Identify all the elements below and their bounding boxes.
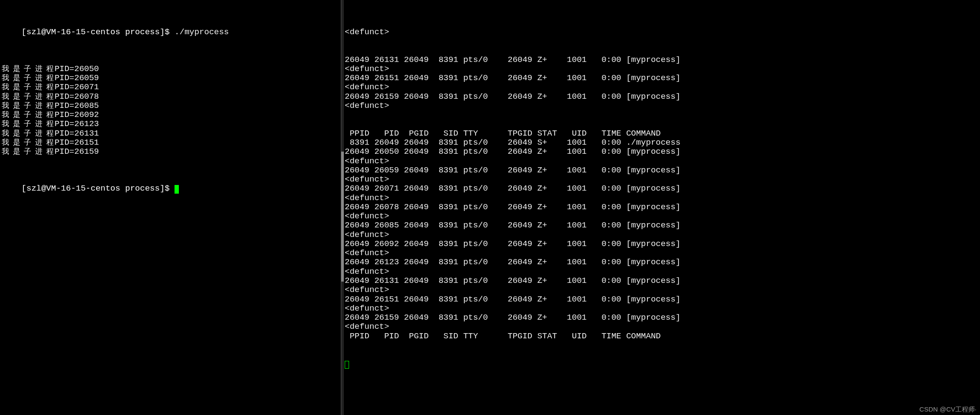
ps-row: 26049 26078 26049 8391 pts/0 26049 Z+ 10… [345,203,978,212]
child-process-line: 我 是 子 进 程PID=26092 [2,110,339,120]
ps-row: 26049 26123 26049 8391 pts/0 26049 Z+ 10… [345,258,978,267]
scrollbar-thumb[interactable] [341,152,344,282]
child-process-line: 我 是 子 进 程PID=26059 [2,74,339,83]
ps-row: 26049 26159 26049 8391 pts/0 26049 Z+ 10… [345,92,978,101]
ps-output-block-2: PPID PID PGID SID TTY TPGID STAT UID TIM… [345,129,978,341]
left-terminal-pane[interactable]: [szl@VM-16-15-centos process]$ ./myproce… [0,0,341,415]
watermark-text: CSDN @CV工程师· [919,406,977,413]
ps-header-row: PPID PID PGID SID TTY TPGID STAT UID TIM… [345,332,978,341]
ps-row: 26049 26059 26049 8391 pts/0 26049 Z+ 10… [345,166,978,175]
bracket-close: ]$ [160,184,175,193]
child-process-line: 我 是 子 进 程PID=26071 [2,83,339,92]
child-label: 我 是 子 进 程 [2,74,55,82]
defunct-line: <defunct> [345,194,978,203]
ps-row: 26049 26131 26049 8391 pts/0 26049 Z+ 10… [345,55,978,65]
child-process-line: 我 是 子 进 程PID=26123 [2,120,339,129]
child-process-line: 我 是 子 进 程PID=26050 [2,65,339,74]
defunct-line: <defunct> [345,304,978,313]
defunct-line: <defunct> [345,212,978,221]
defunct-line: <defunct> [345,83,978,92]
child-label: 我 是 子 进 程 [2,83,55,91]
defunct-line: <defunct> [345,28,978,37]
child-pid: PID=26050 [55,64,99,74]
ps-row: 26049 26151 26049 8391 pts/0 26049 Z+ 10… [345,74,978,83]
child-label: 我 是 子 进 程 [2,101,55,110]
prompt-cursor-line[interactable] [345,359,978,368]
ps-row: 26049 26131 26049 8391 pts/0 26049 Z+ 10… [345,276,978,285]
child-pid: PID=26159 [55,147,99,156]
child-label: 我 是 子 进 程 [2,110,55,119]
child-pid: PID=26092 [55,110,99,120]
ps-row: 26049 26159 26049 8391 pts/0 26049 Z+ 10… [345,313,978,322]
ps-row: 26049 26151 26049 8391 pts/0 26049 Z+ 10… [345,295,978,304]
bracket-open: [ [22,27,26,37]
prompt-user-host: szl@VM-16-15-centos process [26,27,160,37]
child-process-line: 我 是 子 进 程PID=26159 [2,147,339,156]
bracket-open: [ [22,184,26,193]
ps-output-block-1: 26049 26131 26049 8391 pts/0 26049 Z+ 10… [345,55,978,111]
ps-row: 26049 26085 26049 8391 pts/0 26049 Z+ 10… [345,221,978,230]
child-pid: PID=26151 [55,138,99,147]
ps-row: 26049 26092 26049 8391 pts/0 26049 Z+ 10… [345,240,978,249]
prompt-line-2[interactable]: [szl@VM-16-15-centos process]$ [2,175,339,203]
defunct-line: <defunct> [345,157,978,166]
prompt-user-host: szl@VM-16-15-centos process [26,184,160,193]
child-process-line: 我 是 子 进 程PID=26151 [2,138,339,147]
child-label: 我 是 子 进 程 [2,129,55,137]
child-pid: PID=26071 [55,82,99,92]
child-pid: PID=26123 [55,119,99,129]
child-pid: PID=26059 [55,73,99,83]
right-terminal-pane[interactable]: <defunct> 26049 26131 26049 8391 pts/0 2… [341,0,980,415]
defunct-line: <defunct> [345,267,978,276]
defunct-line: <defunct> [345,230,978,240]
defunct-line: <defunct> [345,249,978,258]
child-process-line: 我 是 子 进 程PID=26131 [2,129,339,138]
scrollbar-track[interactable] [341,0,344,415]
ps-row: 26049 26071 26049 8391 pts/0 26049 Z+ 10… [345,184,978,193]
command-text: ./myprocess [175,27,229,37]
cursor-icon[interactable] [175,185,179,194]
prompt-line-1: [szl@VM-16-15-centos process]$ ./myproce… [2,19,339,46]
cursor-outline-icon[interactable] [345,361,349,369]
child-process-line: 我 是 子 进 程PID=26078 [2,92,339,101]
child-label: 我 是 子 进 程 [2,120,55,128]
child-label: 我 是 子 进 程 [2,65,55,73]
defunct-line: <defunct> [345,285,978,295]
child-pid: PID=26131 [55,129,99,138]
child-label: 我 是 子 进 程 [2,92,55,101]
ps-row: 8391 26049 26049 8391 pts/0 26049 S+ 100… [345,138,978,147]
defunct-line: <defunct> [345,101,978,110]
ps-row: 26049 26050 26049 8391 pts/0 26049 Z+ 10… [345,147,978,156]
child-pid: PID=26085 [55,101,99,110]
child-label: 我 是 子 进 程 [2,147,55,156]
child-label: 我 是 子 进 程 [2,138,55,146]
defunct-line: <defunct> [345,322,978,331]
defunct-line: <defunct> [345,175,978,184]
bracket-close: ]$ [160,27,175,37]
child-pid: PID=26078 [55,92,99,101]
defunct-line: <defunct> [345,65,978,74]
ps-header-row: PPID PID PGID SID TTY TPGID STAT UID TIM… [345,129,978,138]
child-process-line: 我 是 子 进 程PID=26085 [2,101,339,110]
child-process-output: 我 是 子 进 程PID=26050我 是 子 进 程PID=26059我 是 … [2,65,339,157]
